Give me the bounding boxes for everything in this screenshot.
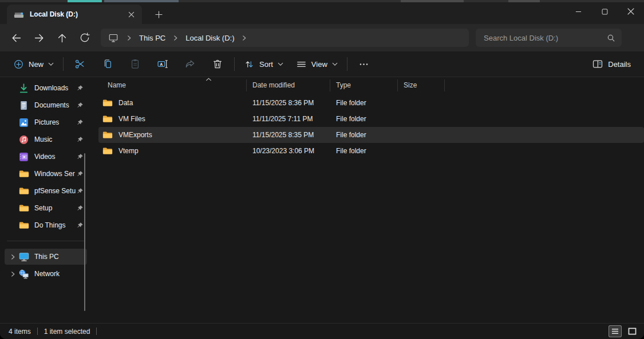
- file-row-vm-files[interactable]: VM Files 11/11/2025 7:11 PM File folder: [98, 111, 644, 127]
- new-button-label: New: [29, 60, 44, 69]
- breadcrumb-chevron-icon[interactable]: [238, 29, 251, 47]
- pin-icon: [76, 153, 84, 161]
- chevron-right-icon[interactable]: [7, 252, 18, 262]
- column-header-name[interactable]: Name: [98, 79, 247, 91]
- folder-icon: [102, 130, 113, 141]
- folder-icon: [102, 98, 113, 109]
- sidebar-item-do-things[interactable]: Do Things: [5, 217, 87, 233]
- sidebar-item-music[interactable]: Music: [5, 131, 87, 147]
- chevron-down-icon: [278, 62, 283, 66]
- details-pane-button[interactable]: Details: [586, 54, 637, 74]
- sidebar-item-videos[interactable]: Videos: [5, 149, 87, 165]
- screen: Local Disk (D:) This PC Local Disk (D:): [0, 0, 644, 339]
- tab-local-disk-d[interactable]: Local Disk (D:): [7, 5, 142, 24]
- status-bar: 4 items 1 item selected: [0, 323, 644, 339]
- minimize-button[interactable]: [565, 2, 591, 21]
- search-icon[interactable]: [606, 33, 616, 43]
- tab-title: Local Disk (D:): [30, 10, 124, 18]
- status-separator: [37, 328, 38, 335]
- file-list: Data 11/15/2025 8:36 PM File folder VM F…: [98, 95, 644, 159]
- close-button[interactable]: [618, 2, 644, 21]
- selected-count: 1 item selected: [44, 328, 90, 336]
- breadcrumb-this-pc[interactable]: This PC: [136, 34, 169, 42]
- sidebar-item-pfsense-setu[interactable]: pfSense Setu: [5, 183, 87, 199]
- drive-icon: [14, 10, 24, 19]
- new-button[interactable]: New: [7, 54, 60, 74]
- breadcrumb-local-disk-d[interactable]: Local Disk (D:): [182, 34, 238, 42]
- column-header-date-modified[interactable]: Date modified: [247, 79, 330, 91]
- items-count: 4 items: [9, 328, 31, 336]
- file-explorer-window: Local Disk (D:) This PC Local Disk (D:): [0, 2, 644, 339]
- column-header-size[interactable]: Size: [398, 79, 445, 91]
- this-pc-icon: [18, 252, 29, 262]
- sidebar-item-this-pc[interactable]: This PC: [5, 249, 87, 265]
- share-button[interactable]: [176, 54, 204, 74]
- folder-icon: [18, 203, 29, 214]
- toolbar-separator: [234, 57, 235, 71]
- large-icons-view-toggle[interactable]: [626, 325, 639, 337]
- forward-button[interactable]: [27, 27, 50, 48]
- music-icon: [18, 134, 29, 145]
- sidebar-item-downloads[interactable]: Downloads: [5, 80, 87, 96]
- view-lines-icon: [296, 59, 307, 70]
- file-list-header: Name Date modified Type Size: [98, 78, 644, 93]
- sidebar-item-documents[interactable]: Documents: [5, 97, 87, 113]
- tab-close-icon[interactable]: [124, 7, 139, 22]
- chevron-down-icon: [48, 62, 54, 66]
- breadcrumb-chevron-icon[interactable]: [169, 29, 182, 47]
- cut-button[interactable]: [66, 54, 94, 74]
- rename-button[interactable]: A: [149, 54, 176, 74]
- status-separator: [96, 328, 97, 335]
- search-box[interactable]: [476, 29, 622, 47]
- sidebar-item-setup[interactable]: Setup: [5, 200, 87, 216]
- sidebar-item-pictures[interactable]: Pictures: [5, 114, 87, 130]
- refresh-button[interactable]: [73, 27, 96, 48]
- delete-button[interactable]: [204, 54, 231, 74]
- sort-arrows-icon: [244, 59, 255, 70]
- pin-icon: [76, 221, 84, 230]
- copy-button[interactable]: [94, 54, 121, 74]
- sort-button-label: Sort: [259, 60, 273, 69]
- command-toolbar: New A Sort View: [0, 51, 644, 77]
- view-button[interactable]: View: [290, 54, 344, 74]
- details-pane-label: Details: [608, 60, 631, 69]
- file-row-vmexports[interactable]: VMExports 11/15/2025 8:35 PM File folder: [98, 127, 644, 143]
- search-input[interactable]: [478, 34, 606, 42]
- folder-icon: [102, 114, 113, 125]
- main-content: Downloads Documents Pictures Music Video…: [0, 77, 644, 323]
- sidebar-divider: [7, 241, 85, 241]
- pin-icon: [76, 101, 84, 110]
- view-toggles: [609, 325, 639, 337]
- more-options-button[interactable]: [350, 54, 378, 74]
- up-button[interactable]: [50, 27, 73, 48]
- sort-button[interactable]: Sort: [238, 54, 290, 74]
- titlebar: Local Disk (D:): [0, 2, 644, 24]
- sidebar-pinned-list: Downloads Documents Pictures Music Video…: [0, 80, 92, 233]
- svg-text:A: A: [160, 62, 163, 67]
- file-row-data[interactable]: Data 11/15/2025 8:36 PM File folder: [98, 95, 644, 111]
- documents-icon: [18, 100, 29, 111]
- videos-icon: [18, 151, 29, 162]
- sidebar-item-network[interactable]: Network: [5, 266, 87, 282]
- file-row-vtemp[interactable]: Vtemp 10/23/2023 3:06 PM File folder: [98, 143, 644, 159]
- back-button[interactable]: [5, 27, 27, 48]
- window-controls: [565, 2, 644, 21]
- sidebar-item-windows-ser[interactable]: Windows Ser: [5, 166, 87, 182]
- details-view-toggle[interactable]: [609, 325, 622, 337]
- new-tab-button[interactable]: [151, 7, 166, 22]
- maximize-button[interactable]: [591, 2, 618, 21]
- file-area: Name Date modified Type Size Data 11/15/…: [92, 77, 644, 323]
- sidebar-scrollbar[interactable]: [84, 153, 85, 311]
- sidebar: Downloads Documents Pictures Music Video…: [0, 77, 92, 323]
- details-pane-icon: [592, 58, 603, 70]
- paste-button[interactable]: [121, 54, 149, 74]
- breadcrumb-chevron-icon[interactable]: [123, 29, 136, 47]
- this-pc-monitor-icon: [108, 33, 119, 43]
- chevron-right-icon[interactable]: [7, 269, 18, 280]
- address-bar[interactable]: This PC Local Disk (D:): [101, 29, 469, 47]
- pin-icon: [76, 204, 84, 213]
- view-button-label: View: [311, 60, 327, 69]
- column-header-type[interactable]: Type: [330, 79, 398, 91]
- folder-icon: [18, 169, 29, 180]
- folder-icon: [18, 186, 29, 197]
